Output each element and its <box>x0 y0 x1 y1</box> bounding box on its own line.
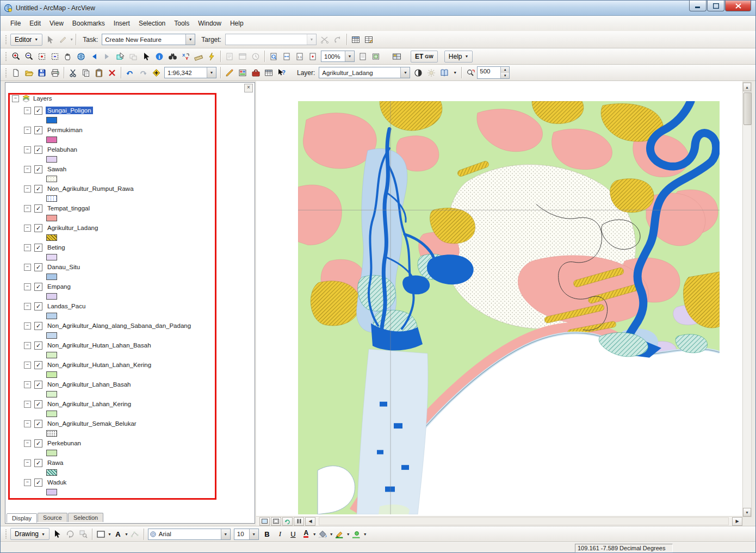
layer-name[interactable]: Empang <box>46 283 72 290</box>
layer-name[interactable]: Non_Agrikultur_Alang_alang_Sabana_dan_Pa… <box>46 322 193 330</box>
layer-name[interactable]: Pelabuhan <box>46 146 79 153</box>
text-tool-dropdown[interactable]: ▼ <box>125 532 128 536</box>
layer-swatch[interactable] <box>46 234 57 241</box>
editor-toolbar-toggle-button[interactable] <box>223 66 236 79</box>
layer-checkbox[interactable]: ✓ <box>34 146 42 154</box>
layer-swatch[interactable] <box>46 293 57 300</box>
layer-name[interactable]: Tempat_tinggal <box>46 204 91 212</box>
layer-swatch[interactable] <box>46 450 57 456</box>
layer-swatch[interactable] <box>46 430 57 437</box>
scroll-right-arrow[interactable]: ▶ <box>732 517 742 526</box>
task-combo[interactable]: Create New Feature ▼ <box>102 34 195 45</box>
menu-window[interactable]: Window <box>194 17 226 29</box>
forward-extent-button[interactable] <box>101 50 114 63</box>
editor-menu-button[interactable]: Editor ▼ <box>10 34 42 46</box>
time-slider-button[interactable] <box>249 50 262 63</box>
shape-tool-button[interactable] <box>95 527 108 540</box>
swipe-layer-button[interactable] <box>438 66 451 79</box>
go-to-xy-button[interactable]: XY <box>179 50 192 63</box>
layer-name[interactable]: Sungai_Poligon <box>46 107 93 114</box>
whats-this-button[interactable]: ? <box>275 66 288 79</box>
layer-expand-box[interactable]: − <box>24 479 31 486</box>
paste-button[interactable] <box>92 66 106 79</box>
layer-expand-box[interactable]: − <box>24 127 31 134</box>
zoom-percent-dropdown[interactable]: ▼ <box>345 51 354 61</box>
target-combo-dropdown[interactable]: ▼ <box>307 34 316 45</box>
horizontal-scrollbar-track[interactable] <box>319 517 729 525</box>
layer-swatch[interactable] <box>46 332 57 339</box>
layer-expand-box[interactable]: − <box>24 283 31 290</box>
layer-checkbox[interactable]: ✓ <box>34 341 42 350</box>
effects-more-dropdown[interactable]: ▼ <box>453 71 457 74</box>
undo-button[interactable] <box>123 66 137 79</box>
layer-expand-box[interactable]: − <box>24 205 31 212</box>
line-color-button[interactable] <box>333 527 346 540</box>
layer-swatch[interactable] <box>46 469 57 476</box>
layer-name[interactable]: Beting <box>46 244 67 251</box>
add-data-button[interactable] <box>150 66 163 79</box>
hyperlink-button[interactable] <box>205 50 218 63</box>
fixed-zoom-in-page-button[interactable] <box>306 50 319 63</box>
zoom-out-button[interactable] <box>22 50 35 63</box>
bold-button[interactable]: B <box>261 527 274 540</box>
layer-name[interactable]: Non_Agrikultur_Semak_Belukar <box>46 420 138 427</box>
full-extent-button[interactable] <box>75 50 88 63</box>
fixed-zoom-in-button[interactable] <box>35 50 48 63</box>
layer-checkbox[interactable]: ✓ <box>34 185 42 193</box>
layer-checkbox[interactable]: ✓ <box>34 439 42 448</box>
layer-name[interactable]: Agrikultur_Ladang <box>46 224 100 232</box>
attributes-button[interactable] <box>349 33 362 46</box>
layer-expand-box[interactable]: − <box>24 401 31 408</box>
toggle-draft-mode-button[interactable] <box>356 50 369 63</box>
maximize-button[interactable] <box>707 1 724 11</box>
focus-data-frame-button[interactable] <box>369 50 382 63</box>
edit-vertices-button[interactable] <box>128 527 141 540</box>
layer-swatch[interactable] <box>46 156 57 163</box>
layer-expand-box[interactable]: − <box>24 146 31 153</box>
print-button[interactable] <box>48 66 61 79</box>
zoom-100-button[interactable]: 1:1 <box>293 50 306 63</box>
layer-checkbox[interactable]: ✓ <box>34 263 42 271</box>
layer-swatch[interactable] <box>46 215 57 221</box>
layer-name[interactable]: Non_Agrikultur_Lahan_Basah <box>46 381 132 388</box>
menu-bookmarks[interactable]: Bookmarks <box>68 17 109 29</box>
layer-name[interactable]: Sawah <box>46 165 68 173</box>
numeric-spinner[interactable]: 500 ▲▼ <box>477 66 510 79</box>
layer-expand-box[interactable]: − <box>24 381 31 388</box>
pan-button[interactable] <box>61 50 75 63</box>
zoom-in-button[interactable] <box>9 50 22 63</box>
scroll-down-arrow[interactable]: ▼ <box>743 508 751 517</box>
overview-window-button[interactable] <box>390 50 403 63</box>
open-map-button[interactable] <box>22 66 35 79</box>
layer-checkbox[interactable]: ✓ <box>34 204 42 213</box>
layer-expand-box[interactable]: − <box>24 264 31 271</box>
layer-expand-box[interactable]: − <box>24 342 31 349</box>
layer-combo[interactable]: Agrikultur_Ladang ▼ <box>319 67 410 78</box>
font-combo-dropdown[interactable]: ▼ <box>221 529 230 539</box>
help-menu-button[interactable]: Help ▼ <box>444 51 473 63</box>
tab-display[interactable]: Display <box>7 513 37 523</box>
select-features-button[interactable] <box>114 50 127 63</box>
menu-tools[interactable]: Tools <box>170 17 194 29</box>
layer-swatch[interactable] <box>46 391 57 397</box>
layer-checkbox[interactable]: ✓ <box>34 126 42 134</box>
layer-checkbox[interactable]: ✓ <box>34 361 42 369</box>
underline-button[interactable]: U <box>287 527 300 540</box>
scale-dropdown[interactable]: ▼ <box>207 67 216 78</box>
cut-button[interactable] <box>66 66 79 79</box>
layer-checkbox[interactable]: ✓ <box>34 459 42 467</box>
layer-checkbox[interactable]: ✓ <box>34 244 42 252</box>
layer-name[interactable]: Rawa <box>46 459 65 467</box>
marker-color-button[interactable] <box>350 527 363 540</box>
layer-expand-box[interactable]: − <box>24 440 31 447</box>
menu-insert[interactable]: Insert <box>109 17 134 29</box>
split-tool-button[interactable] <box>318 33 331 46</box>
magnifier-pointer-button[interactable] <box>464 66 477 79</box>
layer-expand-box[interactable]: − <box>24 185 31 192</box>
clear-selection-button[interactable] <box>127 50 140 63</box>
copy-button[interactable] <box>79 66 92 79</box>
open-attribute-table-button[interactable] <box>262 66 275 79</box>
spinner-down-arrow[interactable]: ▼ <box>501 73 509 79</box>
italic-button[interactable]: I <box>274 527 287 540</box>
menu-file[interactable]: File <box>6 17 25 29</box>
